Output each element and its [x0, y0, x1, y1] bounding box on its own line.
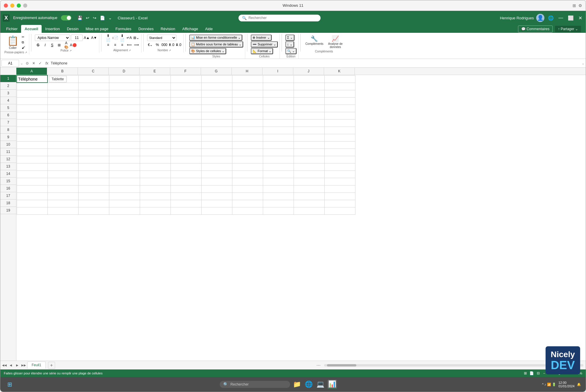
align-left-button[interactable]: ≡ [105, 42, 111, 48]
cell-g12[interactable] [201, 156, 232, 163]
cell-h17[interactable] [232, 192, 263, 200]
row-num-4[interactable]: 4 [0, 97, 16, 104]
cell-e2[interactable] [140, 83, 171, 90]
cell-e17[interactable] [140, 192, 171, 200]
formula-confirm-icon[interactable]: ✓ [37, 60, 43, 66]
cell-i16[interactable] [263, 185, 294, 192]
cell-g15[interactable] [201, 178, 232, 185]
italic-button[interactable]: I [42, 42, 48, 48]
cell-g3[interactable] [201, 90, 232, 97]
taskbar-files-icon[interactable]: 📁 [292, 380, 302, 389]
cell-ref-dropdown[interactable]: ⌄ [20, 61, 23, 65]
cell-d16[interactable] [109, 185, 140, 192]
cell-j6[interactable] [294, 112, 324, 119]
cell-c15[interactable] [78, 178, 109, 185]
analyze-data-button[interactable]: 📈 Analyse dedonnées [327, 35, 344, 49]
cell-k14[interactable] [324, 171, 355, 178]
cell-d7[interactable] [109, 119, 140, 127]
cell-h1[interactable] [232, 75, 263, 83]
cell-i18[interactable] [263, 200, 294, 207]
cell-a12[interactable] [17, 156, 47, 163]
cell-i19[interactable] [263, 207, 294, 214]
format-painter-button[interactable]: 🖌 [21, 45, 26, 50]
zoom-out-icon[interactable]: − [543, 371, 545, 375]
row-num-19[interactable]: 19 [0, 207, 16, 214]
cell-b18[interactable] [47, 200, 78, 207]
formula-cancel-icon[interactable]: ✕ [31, 60, 37, 66]
cell-i10[interactable] [263, 141, 294, 149]
cell-i4[interactable] [263, 97, 294, 105]
more-icon[interactable]: ⌄ [107, 15, 113, 21]
cell-f1[interactable] [171, 75, 201, 83]
cell-f4[interactable] [171, 97, 201, 105]
cell-h14[interactable] [232, 171, 263, 178]
cell-c19[interactable] [78, 207, 109, 214]
cell-b1[interactable]: Tablette [47, 75, 78, 83]
cell-b6[interactable] [47, 112, 78, 119]
cell-k6[interactable] [324, 112, 355, 119]
cell-b2[interactable] [47, 83, 78, 90]
align-right-button[interactable]: ≡ [119, 42, 125, 48]
sheet-nav-next[interactable]: ▶ [14, 362, 20, 368]
sum-button[interactable]: Σ ⌄ [285, 35, 294, 41]
delete-button[interactable]: ➖ Supprimer ⌄ [251, 41, 278, 47]
cell-i7[interactable] [263, 119, 294, 127]
row-num-2[interactable]: 2 [0, 82, 16, 90]
cell-g9[interactable] [201, 134, 232, 141]
cell-h18[interactable] [232, 200, 263, 207]
cell-i6[interactable] [263, 112, 294, 119]
cell-f6[interactable] [171, 112, 201, 119]
cell-c18[interactable] [78, 200, 109, 207]
row-num-3[interactable]: 3 [0, 90, 16, 97]
cell-f19[interactable] [171, 207, 201, 214]
normal-view-icon[interactable]: ⊞ [523, 371, 528, 376]
cell-e8[interactable] [140, 127, 171, 134]
taskbar-edge-icon[interactable]: 🌐 [304, 380, 314, 389]
cell-g5[interactable] [201, 105, 232, 112]
search-box[interactable]: 🔍 [239, 15, 321, 21]
cell-g11[interactable] [201, 149, 232, 156]
cell-e12[interactable] [140, 156, 171, 163]
cell-d12[interactable] [109, 156, 140, 163]
row-num-1[interactable]: 1 [0, 75, 16, 82]
cell-h3[interactable] [232, 90, 263, 97]
border-button[interactable]: ⊞ [56, 42, 62, 48]
cell-f17[interactable] [171, 192, 201, 200]
cell-d17[interactable] [109, 192, 140, 200]
cell-j3[interactable] [294, 90, 324, 97]
cell-a7[interactable] [17, 119, 47, 127]
minimize-button[interactable] [10, 4, 14, 8]
row-num-11[interactable]: 11 [0, 148, 16, 156]
cell-b9[interactable] [47, 134, 78, 141]
cell-g8[interactable] [201, 127, 232, 134]
percent-button[interactable]: % [154, 42, 161, 48]
cell-d15[interactable] [109, 178, 140, 185]
taskbar-search-box[interactable]: 🔍 Rechercher [220, 381, 290, 388]
col-header-i[interactable]: I [263, 68, 293, 75]
cell-a19[interactable] [17, 207, 47, 214]
search-input[interactable] [248, 16, 313, 20]
cell-c6[interactable] [78, 112, 109, 119]
cell-g18[interactable] [201, 200, 232, 207]
col-header-h[interactable]: H [232, 68, 263, 75]
increase-indent-button[interactable]: ⟹ [133, 42, 139, 48]
cell-a3[interactable] [17, 90, 47, 97]
cell-d3[interactable] [109, 90, 140, 97]
cell-e19[interactable] [140, 207, 171, 214]
undo-icon[interactable]: ↩ [85, 15, 91, 21]
col-header-g[interactable]: G [201, 68, 232, 75]
formula-expand-icon[interactable]: ⌄ [582, 61, 585, 65]
cell-i2[interactable] [263, 83, 294, 90]
bold-button[interactable]: G [35, 42, 41, 48]
preview-icon[interactable]: 📄 [99, 15, 106, 21]
wifi-icon[interactable]: ⊞ [573, 3, 576, 8]
merge-button[interactable]: ⊞⌄ [133, 35, 139, 41]
cell-a5[interactable] [17, 105, 47, 112]
formula-info-icon[interactable]: ⊙ [24, 60, 30, 66]
underline-button[interactable]: S [49, 42, 55, 48]
cell-f16[interactable] [171, 185, 201, 192]
close-window-icon[interactable]: ✕ [577, 15, 583, 21]
cell-j7[interactable] [294, 119, 324, 127]
cell-g1[interactable] [201, 75, 232, 83]
cell-f15[interactable] [171, 178, 201, 185]
